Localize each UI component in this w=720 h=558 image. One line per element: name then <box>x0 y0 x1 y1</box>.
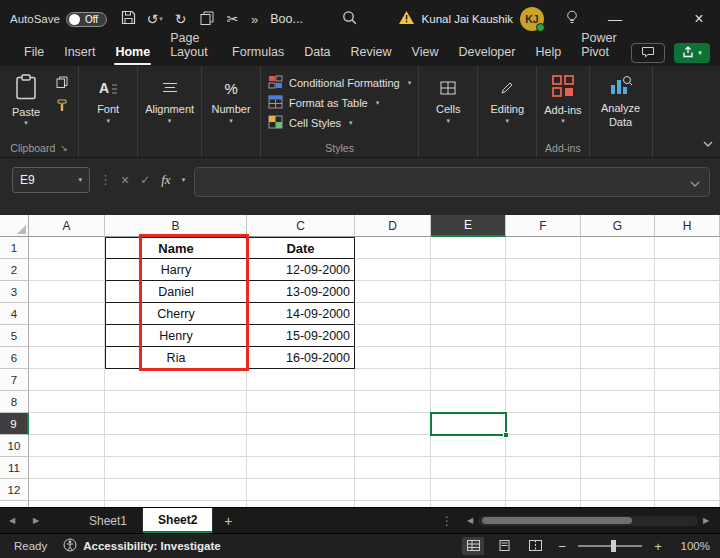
cell-E3[interactable] <box>431 281 506 303</box>
cell-D9[interactable] <box>355 413 431 435</box>
cell-G1[interactable] <box>581 237 655 259</box>
zoom-out-button[interactable]: − <box>555 539 569 554</box>
name-box[interactable]: E9 ▾ <box>12 167 90 193</box>
sheet-nav-right-icon[interactable]: ▶ <box>24 516 48 525</box>
save-button[interactable] <box>117 5 140 33</box>
ribbon-tab-data[interactable]: Data <box>294 40 340 66</box>
cell-F12[interactable] <box>506 479 581 501</box>
cell-C5[interactable]: 15-09-2000 <box>247 325 355 347</box>
format-as-table-button[interactable]: Format as Table ▾ <box>268 95 379 111</box>
cell-F3[interactable] <box>506 281 581 303</box>
cell-D5[interactable] <box>355 325 431 347</box>
cell-H4[interactable] <box>655 303 720 325</box>
formula-input[interactable] <box>194 167 710 197</box>
column-header-F[interactable]: F <box>506 215 581 237</box>
row-header-5[interactable]: 5 <box>0 325 29 347</box>
ribbon-tab-developer[interactable]: Developer <box>448 40 525 66</box>
cell-D11[interactable] <box>355 457 431 479</box>
expand-formula-bar-icon[interactable] <box>690 173 700 191</box>
cancel-button[interactable]: × <box>121 172 129 188</box>
cell-F4[interactable] <box>506 303 581 325</box>
column-header-C[interactable]: C <box>247 215 355 237</box>
new-sheet-button[interactable]: + <box>213 513 243 529</box>
row-header-10[interactable]: 10 <box>0 435 29 457</box>
cell-A6[interactable] <box>29 347 105 369</box>
cell-D1[interactable] <box>355 237 431 259</box>
editing-collapsed-button[interactable]: Editing ▾ <box>485 72 529 124</box>
cell-C13[interactable] <box>247 501 355 507</box>
cell-D4[interactable] <box>355 303 431 325</box>
cell-C1[interactable]: Date <box>247 237 355 259</box>
cell-G7[interactable] <box>581 369 655 391</box>
cell-D10[interactable] <box>355 435 431 457</box>
ribbon-tab-home[interactable]: Home <box>105 40 160 66</box>
cell-G9[interactable] <box>581 413 655 435</box>
sheet-tab-sheet1[interactable]: Sheet1 <box>74 508 143 533</box>
cell-A10[interactable] <box>29 435 105 457</box>
cell-E1[interactable] <box>431 237 506 259</box>
row-header-8[interactable]: 8 <box>0 391 29 413</box>
row-header-7[interactable]: 7 <box>0 369 29 391</box>
cell-H10[interactable] <box>655 435 720 457</box>
cell-C6[interactable]: 16-09-2000 <box>247 347 355 369</box>
cell-A9[interactable] <box>29 413 105 435</box>
cell-B8[interactable] <box>105 391 247 413</box>
paste-button[interactable]: Paste ▾ <box>7 72 45 128</box>
cell-B4[interactable]: Cherry <box>105 303 247 325</box>
autosave-toggle[interactable]: AutoSave Off <box>10 12 107 27</box>
cell-E6[interactable] <box>431 347 506 369</box>
cell-D12[interactable] <box>355 479 431 501</box>
ribbon-tab-help[interactable]: Help <box>525 40 571 66</box>
accessibility-checker[interactable]: Accessibility: Investigate <box>63 538 220 554</box>
cell-C4[interactable]: 14-09-2000 <box>247 303 355 325</box>
row-header-4[interactable]: 4 <box>0 303 29 325</box>
cell-A4[interactable] <box>29 303 105 325</box>
cell-A7[interactable] <box>29 369 105 391</box>
ribbon-tab-file[interactable]: File <box>14 40 54 66</box>
cell-C11[interactable] <box>247 457 355 479</box>
formula-bar-grip-icon[interactable]: ⋮ <box>99 167 112 193</box>
format-painter-button[interactable] <box>53 99 71 115</box>
cell-C12[interactable] <box>247 479 355 501</box>
cell-G13[interactable] <box>581 501 655 507</box>
cell-A5[interactable] <box>29 325 105 347</box>
cut-button[interactable]: ✂ <box>221 5 244 33</box>
autosave-switch[interactable]: Off <box>66 12 107 27</box>
cell-G10[interactable] <box>581 435 655 457</box>
cell-H7[interactable] <box>655 369 720 391</box>
cell-C7[interactable] <box>247 369 355 391</box>
cell-H2[interactable] <box>655 259 720 281</box>
cell-H3[interactable] <box>655 281 720 303</box>
sheet-tab-sheet2[interactable]: Sheet2 <box>143 508 213 533</box>
cell-H5[interactable] <box>655 325 720 347</box>
cell-D13[interactable] <box>355 501 431 507</box>
cells-collapsed-button[interactable]: Cells ▾ <box>426 72 470 124</box>
cell-A2[interactable] <box>29 259 105 281</box>
cell-F13[interactable] <box>506 501 581 507</box>
collapse-ribbon-button[interactable] <box>703 133 713 151</box>
row-header-9[interactable]: 9 <box>0 413 29 435</box>
sheet-nav-left-icon[interactable]: ◀ <box>0 516 24 525</box>
cell-H9[interactable] <box>655 413 720 435</box>
row-header-12[interactable]: 12 <box>0 479 29 501</box>
cell-F8[interactable] <box>506 391 581 413</box>
font-collapsed-button[interactable]: A Font ▾ <box>86 72 130 124</box>
conditional-formatting-button[interactable]: Conditional Formatting ▾ <box>268 75 411 91</box>
cell-G3[interactable] <box>581 281 655 303</box>
cell-H12[interactable] <box>655 479 720 501</box>
cell-A8[interactable] <box>29 391 105 413</box>
scrollbar-thumb[interactable] <box>482 517 632 524</box>
cell-D2[interactable] <box>355 259 431 281</box>
cell-E8[interactable] <box>431 391 506 413</box>
cell-A13[interactable] <box>29 501 105 507</box>
zoom-slider[interactable] <box>578 545 642 547</box>
cell-A3[interactable] <box>29 281 105 303</box>
cell-E2[interactable] <box>431 259 506 281</box>
horizontal-scrollbar[interactable]: ◀ ▶ <box>462 516 714 526</box>
cell-A11[interactable] <box>29 457 105 479</box>
cell-B1[interactable]: Name <box>105 237 247 259</box>
cell-F6[interactable] <box>506 347 581 369</box>
cell-D7[interactable] <box>355 369 431 391</box>
cell-B3[interactable]: Daniel <box>105 281 247 303</box>
cell-E4[interactable] <box>431 303 506 325</box>
